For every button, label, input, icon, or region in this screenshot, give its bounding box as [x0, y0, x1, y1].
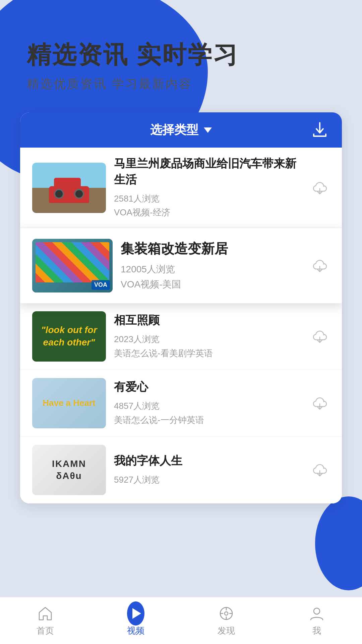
nav-discover[interactable]: 发现 — [204, 601, 248, 640]
video-info-1: 马里兰州废品场商业给旧汽车带来新生活 2581人浏览VOA视频-经济 — [114, 156, 302, 219]
main-card: 选择类型 — [20, 112, 342, 503]
video-meta-1: 2581人浏览VOA视频-经济 — [114, 192, 302, 220]
bottom-nav: 首页 视频 发现 我 — [0, 597, 362, 644]
video-item[interactable]: 马里兰州废品场商业给旧汽车带来新生活 2581人浏览VOA视频-经济 — [20, 148, 342, 228]
header-section: 精选资讯 实时学习 精选优质资讯 学习最新内容 — [0, 0, 362, 112]
svg-point-1 — [225, 612, 228, 615]
video-title-5: 我的字体人生 — [114, 453, 302, 469]
video-thumbnail-1 — [32, 163, 106, 213]
video-title-1: 马里兰州废品场商业给旧汽车带来新生活 — [114, 156, 302, 187]
video-thumbnail-5: IKAMN δAθu — [32, 445, 106, 495]
download-button-1[interactable] — [310, 178, 330, 198]
video-meta-2: 12005人浏览VOA视频-美国 — [121, 262, 302, 292]
video-icon — [127, 605, 144, 622]
font-chars-2: δAθu — [56, 471, 82, 481]
type-selector-label: 选择类型 — [150, 122, 198, 138]
video-meta-4: 4857人浏览美语怎么说-一分钟英语 — [114, 399, 302, 427]
video-thumbnail-2: VOA — [32, 239, 113, 292]
nav-home-label: 首页 — [37, 625, 54, 637]
font-chars-1: IKAMN — [52, 459, 86, 469]
video-title-3: 相互照顾 — [114, 312, 302, 328]
download-button-2[interactable] — [310, 256, 330, 276]
video-title-4: 有爱心 — [114, 379, 302, 395]
nav-video-label: 视频 — [127, 625, 144, 637]
video-item-4[interactable]: Have a Heart 有爱心 4857人浏览美语怎么说-一分钟英语 — [20, 370, 342, 437]
chevron-down-icon — [204, 127, 212, 133]
video-item-highlighted[interactable]: VOA 集装箱改造变新居 12005人浏览VOA视频-美国 — [20, 228, 342, 303]
video-info-4: 有爱心 4857人浏览美语怎么说-一分钟英语 — [114, 379, 302, 427]
type-selector[interactable]: 选择类型 — [150, 122, 212, 138]
video-meta-3: 2023人浏览美语怎么说-看美剧学英语 — [114, 332, 302, 360]
video-thumbnail-3: "look out for each other" — [32, 311, 106, 362]
home-icon — [37, 605, 54, 622]
lookout-text: "look out for each other" — [38, 324, 101, 348]
video-info-3: 相互照顾 2023人浏览美语怎么说-看美剧学英语 — [114, 312, 302, 360]
nav-video[interactable]: 视频 — [114, 601, 158, 640]
video-info-2: 集装箱改造变新居 12005人浏览VOA视频-美国 — [121, 239, 302, 292]
download-button-5[interactable] — [310, 460, 330, 480]
video-item-3[interactable]: "look out for each other" 相互照顾 2023人浏览美语… — [20, 303, 342, 370]
svg-point-6 — [314, 608, 320, 614]
discover-icon — [218, 605, 235, 622]
video-meta-5: 5927人浏览 — [114, 473, 302, 487]
nav-home[interactable]: 首页 — [23, 601, 67, 640]
nav-profile[interactable]: 我 — [295, 601, 339, 640]
profile-icon — [308, 605, 325, 622]
video-title-2: 集装箱改造变新居 — [121, 239, 302, 258]
video-list: 马里兰州废品场商业给旧汽车带来新生活 2581人浏览VOA视频-经济 — [20, 148, 342, 503]
video-item-5[interactable]: IKAMN δAθu 我的字体人生 5927人浏览 — [20, 437, 342, 503]
page-subtitle: 精选优质资讯 学习最新内容 — [27, 76, 342, 92]
heart-text: Have a Heart — [43, 398, 96, 408]
page-title: 精选资讯 实时学习 — [27, 40, 342, 69]
card-header: 选择类型 — [20, 112, 342, 148]
download-button-4[interactable] — [310, 393, 330, 413]
video-thumbnail-4: Have a Heart — [32, 378, 106, 428]
header-download-button[interactable] — [311, 121, 328, 140]
nav-profile-label: 我 — [312, 625, 321, 637]
download-button-3[interactable] — [310, 326, 330, 346]
video-info-5: 我的字体人生 5927人浏览 — [114, 453, 302, 487]
nav-discover-label: 发现 — [218, 625, 235, 637]
